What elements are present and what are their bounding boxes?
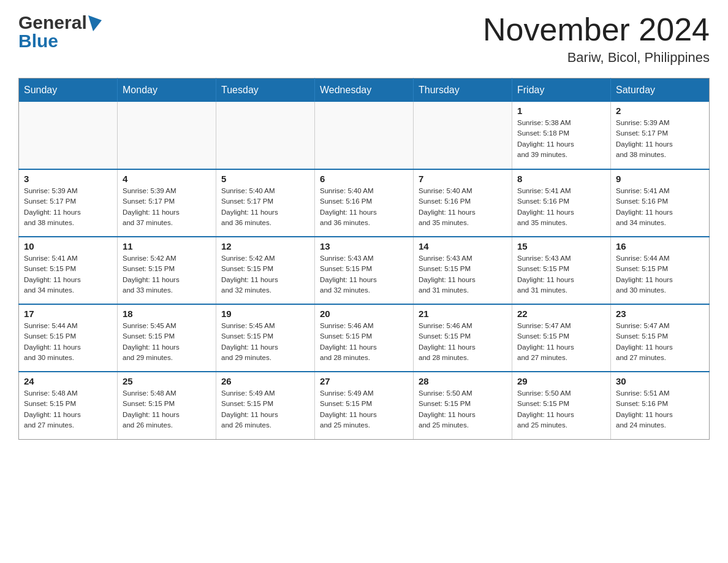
weekday-header-friday: Friday: [512, 79, 611, 102]
day-number: 18: [123, 308, 211, 319]
calendar-cell: 15Sunrise: 5:43 AMSunset: 5:15 PMDayligh…: [512, 237, 611, 304]
day-info: Sunrise: 5:50 AMSunset: 5:15 PMDaylight:…: [419, 388, 507, 431]
calendar-cell: 10Sunrise: 5:41 AMSunset: 5:15 PMDayligh…: [19, 237, 118, 304]
day-info: Sunrise: 5:40 AMSunset: 5:16 PMDaylight:…: [320, 186, 408, 228]
calendar-cell: 20Sunrise: 5:46 AMSunset: 5:15 PMDayligh…: [315, 304, 414, 372]
calendar-cell: 8Sunrise: 5:41 AMSunset: 5:16 PMDaylight…: [512, 169, 611, 237]
day-info: Sunrise: 5:43 AMSunset: 5:15 PMDaylight:…: [320, 253, 408, 296]
day-info: Sunrise: 5:50 AMSunset: 5:15 PMDaylight:…: [517, 388, 605, 431]
day-number: 8: [517, 174, 605, 184]
calendar-cell: 26Sunrise: 5:49 AMSunset: 5:15 PMDayligh…: [216, 372, 315, 439]
title-block: November 2024 Bariw, Bicol, Philippines: [483, 12, 710, 66]
day-info: Sunrise: 5:47 AMSunset: 5:15 PMDaylight:…: [616, 321, 704, 363]
calendar-cell: 11Sunrise: 5:42 AMSunset: 5:15 PMDayligh…: [118, 237, 216, 304]
day-info: Sunrise: 5:39 AMSunset: 5:17 PMDaylight:…: [24, 186, 112, 228]
day-info: Sunrise: 5:44 AMSunset: 5:15 PMDaylight:…: [24, 321, 112, 363]
calendar-cell: 19Sunrise: 5:45 AMSunset: 5:15 PMDayligh…: [216, 304, 315, 372]
day-number: 2: [616, 105, 704, 116]
day-info: Sunrise: 5:41 AMSunset: 5:16 PMDaylight:…: [517, 186, 605, 228]
calendar-cell: 3Sunrise: 5:39 AMSunset: 5:17 PMDaylight…: [19, 169, 118, 237]
weekday-header-row: SundayMondayTuesdayWednesdayThursdayFrid…: [19, 79, 710, 102]
calendar-week-row: 24Sunrise: 5:48 AMSunset: 5:15 PMDayligh…: [19, 372, 710, 439]
day-info: Sunrise: 5:39 AMSunset: 5:17 PMDaylight:…: [123, 186, 211, 228]
calendar-cell: 27Sunrise: 5:49 AMSunset: 5:15 PMDayligh…: [315, 372, 414, 439]
day-info: Sunrise: 5:38 AMSunset: 5:18 PMDaylight:…: [517, 118, 605, 160]
svg-marker-0: [88, 15, 102, 31]
day-number: 9: [616, 174, 704, 184]
day-number: 16: [616, 241, 704, 251]
calendar-cell: 14Sunrise: 5:43 AMSunset: 5:15 PMDayligh…: [414, 237, 512, 304]
day-info: Sunrise: 5:40 AMSunset: 5:17 PMDaylight:…: [221, 186, 309, 228]
day-number: 5: [221, 174, 309, 184]
calendar-cell: 4Sunrise: 5:39 AMSunset: 5:17 PMDaylight…: [118, 169, 216, 237]
logo: General Blue: [18, 12, 102, 52]
day-number: 21: [419, 308, 507, 319]
day-number: 11: [123, 241, 211, 251]
day-number: 1: [517, 105, 605, 116]
calendar-cell: 2Sunrise: 5:39 AMSunset: 5:17 PMDaylight…: [611, 102, 710, 169]
day-info: Sunrise: 5:41 AMSunset: 5:16 PMDaylight:…: [616, 186, 704, 228]
logo-blue-text: Blue: [18, 31, 58, 52]
calendar-cell: [216, 102, 315, 169]
calendar-cell: 9Sunrise: 5:41 AMSunset: 5:16 PMDaylight…: [611, 169, 710, 237]
day-number: 27: [320, 376, 408, 386]
weekday-header-monday: Monday: [118, 79, 216, 102]
day-number: 22: [517, 308, 605, 319]
calendar-cell: 28Sunrise: 5:50 AMSunset: 5:15 PMDayligh…: [414, 372, 512, 439]
calendar-cell: 21Sunrise: 5:46 AMSunset: 5:15 PMDayligh…: [414, 304, 512, 372]
day-info: Sunrise: 5:40 AMSunset: 5:16 PMDaylight:…: [419, 186, 507, 228]
day-info: Sunrise: 5:46 AMSunset: 5:15 PMDaylight:…: [419, 321, 507, 363]
calendar-cell: 1Sunrise: 5:38 AMSunset: 5:18 PMDaylight…: [512, 102, 611, 169]
calendar-cell: 6Sunrise: 5:40 AMSunset: 5:16 PMDaylight…: [315, 169, 414, 237]
calendar-week-row: 17Sunrise: 5:44 AMSunset: 5:15 PMDayligh…: [19, 304, 710, 372]
weekday-header-saturday: Saturday: [611, 79, 710, 102]
day-number: 23: [616, 308, 704, 319]
calendar-cell: 18Sunrise: 5:45 AMSunset: 5:15 PMDayligh…: [118, 304, 216, 372]
calendar-cell: 5Sunrise: 5:40 AMSunset: 5:17 PMDaylight…: [216, 169, 315, 237]
day-info: Sunrise: 5:46 AMSunset: 5:15 PMDaylight:…: [320, 321, 408, 363]
calendar-cell: [315, 102, 414, 169]
day-info: Sunrise: 5:41 AMSunset: 5:15 PMDaylight:…: [24, 253, 112, 296]
logo-arrow-icon: [88, 15, 102, 31]
calendar-cell: 7Sunrise: 5:40 AMSunset: 5:16 PMDaylight…: [414, 169, 512, 237]
calendar-cell: 16Sunrise: 5:44 AMSunset: 5:15 PMDayligh…: [611, 237, 710, 304]
calendar-cell: 25Sunrise: 5:48 AMSunset: 5:15 PMDayligh…: [118, 372, 216, 439]
day-info: Sunrise: 5:51 AMSunset: 5:16 PMDaylight:…: [616, 388, 704, 431]
page-header: General Blue November 2024 Bariw, Bicol,…: [18, 12, 710, 66]
day-info: Sunrise: 5:42 AMSunset: 5:15 PMDaylight:…: [221, 253, 309, 296]
day-number: 4: [123, 174, 211, 184]
logo-general-text: General: [18, 12, 87, 33]
day-info: Sunrise: 5:42 AMSunset: 5:15 PMDaylight:…: [123, 253, 211, 296]
day-number: 25: [123, 376, 211, 386]
day-info: Sunrise: 5:48 AMSunset: 5:15 PMDaylight:…: [24, 388, 112, 431]
day-number: 13: [320, 241, 408, 251]
day-number: 28: [419, 376, 507, 386]
day-info: Sunrise: 5:39 AMSunset: 5:17 PMDaylight:…: [616, 118, 704, 160]
day-number: 29: [517, 376, 605, 386]
calendar-week-row: 10Sunrise: 5:41 AMSunset: 5:15 PMDayligh…: [19, 237, 710, 304]
day-info: Sunrise: 5:49 AMSunset: 5:15 PMDaylight:…: [320, 388, 408, 431]
calendar-week-row: 3Sunrise: 5:39 AMSunset: 5:17 PMDaylight…: [19, 169, 710, 237]
day-info: Sunrise: 5:44 AMSunset: 5:15 PMDaylight:…: [616, 253, 704, 296]
calendar-cell: 22Sunrise: 5:47 AMSunset: 5:15 PMDayligh…: [512, 304, 611, 372]
calendar-cell: 30Sunrise: 5:51 AMSunset: 5:16 PMDayligh…: [611, 372, 710, 439]
day-number: 14: [419, 241, 507, 251]
day-number: 12: [221, 241, 309, 251]
calendar-cell: 13Sunrise: 5:43 AMSunset: 5:15 PMDayligh…: [315, 237, 414, 304]
day-number: 26: [221, 376, 309, 386]
day-number: 15: [517, 241, 605, 251]
day-number: 30: [616, 376, 704, 386]
day-number: 17: [24, 308, 112, 319]
calendar-cell: 12Sunrise: 5:42 AMSunset: 5:15 PMDayligh…: [216, 237, 315, 304]
day-info: Sunrise: 5:47 AMSunset: 5:15 PMDaylight:…: [517, 321, 605, 363]
day-info: Sunrise: 5:48 AMSunset: 5:15 PMDaylight:…: [123, 388, 211, 431]
calendar-cell: [118, 102, 216, 169]
day-number: 3: [24, 174, 112, 184]
month-year-title: November 2024: [483, 12, 710, 47]
calendar-cell: 17Sunrise: 5:44 AMSunset: 5:15 PMDayligh…: [19, 304, 118, 372]
day-number: 24: [24, 376, 112, 386]
calendar-cell: [19, 102, 118, 169]
calendar-table: SundayMondayTuesdayWednesdayThursdayFrid…: [18, 78, 710, 440]
weekday-header-wednesday: Wednesday: [315, 79, 414, 102]
day-number: 10: [24, 241, 112, 251]
